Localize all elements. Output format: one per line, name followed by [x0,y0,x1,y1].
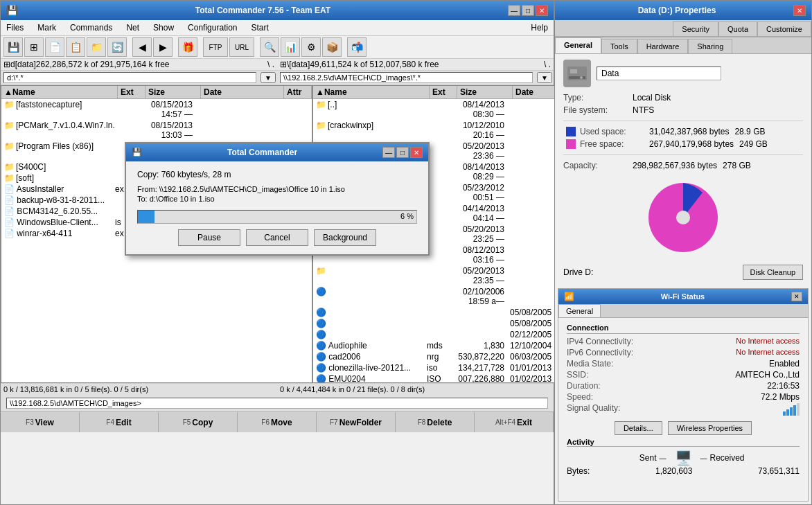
toolbar-btn3[interactable]: 📁 [87,37,106,57]
close-button[interactable]: ✕ [536,5,548,16]
tab-security[interactable]: Security [673,21,718,36]
minimize-button[interactable]: — [508,5,520,16]
toolbar-gift-btn[interactable]: 🎁 [178,37,197,57]
wifi-tab-general[interactable]: General [558,304,601,317]
right-path-input[interactable] [280,72,533,83]
wifi-details-button[interactable]: Details... [615,421,662,435]
cancel-button[interactable]: Cancel [246,229,308,246]
file-name: 📄 backup-w8-31-8-2011... [4,195,115,205]
copy-dialog-title: Total Commander [142,148,382,157]
col-date-left[interactable]: Date [201,86,284,98]
pause-button[interactable]: Pause [178,229,240,246]
data-tabs-top: Security Quota Customize [555,20,811,37]
copy-dialog-close[interactable]: ✕ [410,147,423,158]
tab-hardware[interactable]: Hardware [637,39,689,53]
toolbar-grid-btn[interactable]: ⊞ [24,37,44,57]
menu-mark[interactable]: Mark [35,21,59,34]
right-path-btn[interactable]: ▼ [537,72,552,83]
data-panel-close[interactable]: ✕ [793,5,806,16]
maximize-button[interactable]: □ [522,5,534,16]
col-size-right[interactable]: Size [457,86,513,98]
toolbar-btn5[interactable]: 📊 [281,37,300,57]
tab-quota[interactable]: Quota [718,21,757,36]
file-attr: — [496,234,504,244]
left-path-btn[interactable]: ▼ [261,72,276,83]
menu-configuration[interactable]: Configuration [185,21,240,34]
free-space-row: Free space: 267,940,179,968 bytes 249 GB [563,139,803,149]
file-name: 📁 [316,266,427,285]
toolbar-btn2[interactable]: 📋 [66,37,85,57]
copy-to: To: d:\Office 10 in 1.iso [137,195,417,203]
col-size-left[interactable]: Size [145,86,201,98]
file-attr: — [496,193,504,202]
col-ext-left[interactable]: Ext [118,86,145,98]
toolbar-back-btn[interactable]: ◀ [132,37,152,57]
tab-customize[interactable]: Customize [757,21,811,36]
toolbar-fwd-btn[interactable]: ▶ [153,37,173,57]
wifi-media-row: Media State: Enabled [567,359,800,369]
file-ext: mds [427,341,454,351]
wireless-properties-button[interactable]: Wireless Properties [668,421,752,435]
file-ext [427,224,454,244]
col-name-left[interactable]: ▲Name [1,86,118,98]
file-size: 08/15/2013 14:57 — [143,100,198,119]
disk-cleanup-button[interactable]: Disk Cleanup [743,265,803,280]
col-name-right[interactable]: ▲Name [313,86,430,98]
copy-dialog-maximize[interactable]: □ [396,147,409,158]
function-key-f3[interactable]: F3View [1,412,80,432]
background-button[interactable]: Background [314,229,376,246]
right-drive-nav[interactable]: \ . [544,60,551,69]
file-name: 📁[crackwinxp] [316,121,427,140]
function-key-altf4[interactable]: Alt+F4Exit [475,412,554,432]
used-gb: 28.9 GB [734,127,765,136]
col-ext-right[interactable]: Ext [430,86,457,98]
file-ext: iso [427,363,454,373]
toolbar-search-btn[interactable]: 🔍 [260,37,279,57]
function-key-f8[interactable]: F8Delete [396,412,475,432]
menu-help[interactable]: Help [528,21,551,34]
capacity-label: Capacity: [563,161,633,170]
col-attr-left[interactable]: Attr [284,86,312,98]
toolbar-ftp-btn[interactable]: FTP [203,37,228,57]
function-key-f5[interactable]: F5Copy [159,412,238,432]
toolbar-btn8[interactable]: 📬 [347,37,367,57]
toolbar-save-btn[interactable]: 💾 [3,37,23,57]
function-key-f7[interactable]: F7NewFolder [317,412,396,432]
toolbar-btn1[interactable]: 📄 [45,37,64,57]
left-drive-letter[interactable]: ⊞d [3,60,15,69]
svg-rect-3 [570,69,577,73]
left-drive-nav[interactable]: \ . [267,60,274,69]
wifi-ssid-value: AMTECH Co.,Ltd [735,370,800,380]
function-key-f6[interactable]: F6Move [238,412,317,432]
toolbar-url-btn[interactable]: URL [229,37,254,57]
toolbar-btn7[interactable]: 📦 [322,37,342,57]
copy-dialog-minimize[interactable]: — [382,147,395,158]
toolbar-btn4[interactable]: 🔄 [107,37,127,57]
menu-commands[interactable]: Commands [67,21,115,34]
file-name: 🔵 Audiophile [316,341,427,351]
file-size [454,319,510,328]
function-key-f4[interactable]: F4Edit [80,412,159,432]
wifi-connection-title: Connection [567,324,800,334]
right-drive-free: 49,611,524 k of 512,007,580 k free [310,60,439,69]
tab-sharing[interactable]: Sharing [688,39,732,53]
menu-files[interactable]: Files [3,21,26,34]
fkey-label: Move [271,418,292,427]
wifi-panel-close[interactable]: ✕ [791,292,802,301]
bottom-path-input[interactable] [6,398,548,409]
drive-label: Drive D: [563,267,593,277]
activity-recv-label: Received [710,453,800,463]
toolbar-btn6[interactable]: ⚙ [301,37,321,57]
tab-tools[interactable]: Tools [601,39,637,53]
menu-start[interactable]: Start [248,21,271,34]
drive-name-input[interactable] [597,67,721,80]
fkey-num: F3 [26,418,34,426]
menu-show[interactable]: Show [150,21,177,34]
list-item[interactable]: 📁[faststonecapture] 08/15/2013 14:57 — [1,99,312,120]
right-drive-letter[interactable]: ⊞\ [280,60,289,69]
tab-general[interactable]: General [555,37,601,53]
menu-net[interactable]: Net [123,21,142,34]
list-item[interactable]: 📁[PCMark_7.v1.0.4.Win7.ln...] 08/15/2013… [1,120,312,141]
left-path-input[interactable] [3,72,256,83]
file-ext [427,141,454,161]
